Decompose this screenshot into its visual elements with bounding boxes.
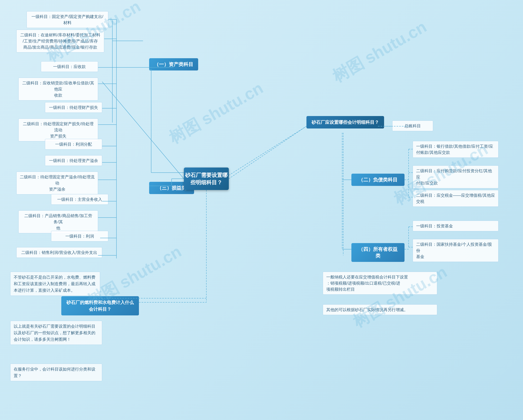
node-l8: 一级科目：待处理资产溢余 xyxy=(45,155,102,166)
node-l3: 一级科目：应收款 xyxy=(41,61,98,72)
node-r3: 二级科目：应交税金——应交增值税/其他应交税 xyxy=(413,190,498,207)
node-l12: 一级科目：利润 xyxy=(51,231,108,242)
svg-line-0 xyxy=(102,82,184,179)
node-r1: 一级科目：银行借款/其他借款/应付工资/应付账款/其他应交款 xyxy=(413,141,498,158)
category-equity: （四）所有者权益类 xyxy=(351,243,405,262)
node-l1: 一级科目：固定资产/固定资产购建支出/材料 xyxy=(26,11,108,28)
node-l5: 一级科目：待处理财产损失 xyxy=(45,102,102,113)
svg-line-35 xyxy=(229,126,306,175)
node-r2: 二级科目：应付购货款/应付投资分红/其他应付款/应交款 xyxy=(413,165,498,188)
bottom-text-2: 以上就是有关砂石厂需要设置的会计明细科目以及砂石厂的一些知识点，想了解更多相关的… xyxy=(10,321,102,345)
node-r6: 一般纳税人还要在应交增值税会计科目下设置：销项税额/进项税额/出口退税/已交税/… xyxy=(323,272,437,295)
node-l2: 二级科目：在途材料/库存材料/委托加工材料/工资/生产经营费用/待摊费用/产成品… xyxy=(16,30,104,52)
node-l4: 二级科目：应收销货款/应收单位借款/其他应收款 xyxy=(18,78,98,100)
node-l13: 二级科目：销售利润/营业收入/营业外支出 xyxy=(16,247,102,258)
node-r5: 二级科目：国家扶持基金/个人投资基金/股份基金 xyxy=(413,239,498,262)
bottom-node-1: 砂石厂的燃料费和水电费计入什么会计科目？ xyxy=(61,296,139,315)
total-ledger-node: 总账科目 xyxy=(392,121,433,131)
category-liability: （二）负债类科目 xyxy=(351,174,405,186)
node-l6: 二级科目：待处理固定财产损失/待处理流动资产损失 xyxy=(18,119,98,141)
node-l9: 二级科目：待处理固定资产溢余/待处理流动资产溢余 xyxy=(16,172,98,194)
category-assets: （一）资产类科目 xyxy=(149,58,198,71)
center-node: 砂石厂需要设置哪些明细科目？ xyxy=(184,168,229,190)
watermark-4: 树图 shutu.cn xyxy=(328,16,431,88)
svg-line-5 xyxy=(229,126,306,179)
node-r4: 一级科目：投资基金 xyxy=(413,221,498,231)
node-l10: 一级科目：主营业务收入 xyxy=(51,194,108,205)
watermark-2: 树图 shutu.cn xyxy=(165,77,267,149)
bottom-text-1: 不管砂石是不是自己开采的，水电费、燃料费和工资应该直接计入制造费用，最后再转入成… xyxy=(10,272,100,296)
right-main-node: 砂石厂应设置哪些会计明细科目？ xyxy=(306,116,384,129)
node-r7: 其他的可以根据砂石厂实际情况再另行增减。 xyxy=(323,304,437,315)
bottom-text-3: 在服务行业中，会计科目该如何进行分类和设置？ xyxy=(10,363,102,381)
node-l11: 二级科目：产品销售/商品销售/加工劳务/其他 xyxy=(18,210,98,233)
node-l7: 一级科目：利润分配 xyxy=(45,139,102,150)
